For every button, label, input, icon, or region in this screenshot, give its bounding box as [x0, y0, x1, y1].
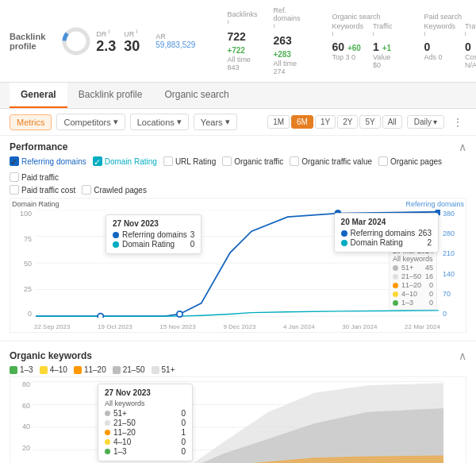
- ur-metric: UR i 30: [124, 28, 140, 55]
- ref-domains-alltime: All time 274: [273, 60, 300, 75]
- competitors-button[interactable]: Competitors ▾: [56, 114, 125, 130]
- ref-domains-num: 263 +283: [273, 34, 300, 60]
- legend-sq-11-20: [74, 366, 82, 374]
- collapse-performance-button[interactable]: ∧: [459, 141, 466, 153]
- tooltip-nov-2023: 27 Nov 2023 Referring domains 3 Domain R…: [106, 214, 202, 254]
- dr-section: DR i 2.3 UR i 30: [61, 26, 140, 56]
- backlinks-section: Backlinks i 722 +722 All time 843: [227, 10, 257, 71]
- cb-organic-traffic[interactable]: Organic traffic: [222, 156, 283, 166]
- organic-keywords-section: Organic keywords ∧ 1–3 4–10 11–20 21–50 …: [0, 345, 476, 463]
- legend-1-3: 1–3: [10, 365, 33, 374]
- cb-box-organic-traffic: [222, 156, 232, 166]
- cb-paid-traffic[interactable]: Paid traffic: [10, 172, 59, 182]
- performance-section: Performance ∧ ✓ Referring domains ✓ Doma…: [0, 136, 476, 338]
- cb-paid-traffic-cost[interactable]: Paid traffic cost: [10, 185, 75, 195]
- legend-21-50: 21–50: [113, 365, 145, 374]
- cb-organic-traffic-value[interactable]: Organic traffic value: [290, 156, 372, 166]
- performance-title: Performance: [10, 141, 67, 152]
- metrics-label: Metrics: [17, 118, 44, 127]
- tooltip-mar-date: 20 Mar 2024: [341, 218, 432, 226]
- tooltip-nov-row-1: Referring domains 3: [113, 230, 194, 239]
- cb-crawled-pages[interactable]: Crawled pages: [82, 185, 147, 195]
- cb-box-crawled-pages: [82, 185, 91, 195]
- dot-referring-domains-1: [113, 232, 119, 238]
- daily-button[interactable]: Daily ▾: [407, 115, 444, 129]
- tooltip-nov-date: 27 Nov 2023: [113, 219, 194, 228]
- time-buttons: 1M 6M 1Y 2Y 5Y All: [267, 115, 402, 129]
- time-btn-6m[interactable]: 6M: [291, 115, 313, 129]
- cb-box-paid-traffic: [10, 172, 19, 182]
- tab-general[interactable]: General: [10, 83, 67, 108]
- cb-box-url-rating: [163, 156, 173, 166]
- time-btn-all[interactable]: All: [382, 115, 402, 129]
- legend-51plus: 51+: [152, 365, 175, 374]
- dot-organic-11-20: [105, 430, 110, 435]
- ref-domains-label: Ref. domains i: [273, 6, 300, 33]
- dot-organic-1-3: [105, 449, 110, 454]
- time-btn-2y[interactable]: 2Y: [337, 115, 358, 129]
- y-right-labels: 380 280 210 140 70 0: [440, 210, 466, 318]
- chevron-down-icon-2: ▾: [177, 117, 182, 127]
- backlinks-alltime: All time 843: [227, 56, 257, 71]
- tooltip-nov-row-2: Domain Rating 0: [113, 240, 194, 249]
- cb-domain-rating[interactable]: ✓ Domain Rating: [93, 156, 157, 166]
- organic-chart-svg: [33, 380, 443, 463]
- x-labels-performance: 22 Sep 2023 19 Oct 2023 15 Nov 2023 9 De…: [34, 323, 440, 330]
- ar-link[interactable]: 59,883,529: [155, 41, 195, 49]
- chevron-down-icon: ▾: [113, 117, 118, 127]
- organic-keywords-title: Organic keywords: [10, 350, 92, 361]
- metrics-button[interactable]: Metrics: [10, 114, 52, 130]
- backlinks-label: Backlinks i: [227, 10, 257, 29]
- cb-url-rating[interactable]: URL Rating: [163, 156, 216, 166]
- legend-4-10: 4–10: [40, 365, 67, 374]
- y-axis-label-domain-rating: Domain Rating: [12, 200, 60, 208]
- backlinks-num: 722 +722: [227, 30, 257, 56]
- ref-domains-section: Ref. domains i 263 +283 All time 274: [273, 6, 300, 75]
- daily-label: Daily: [414, 118, 432, 126]
- legend-sq-51plus: [152, 366, 159, 374]
- dot-organic-4-10: [105, 439, 110, 445]
- locations-button[interactable]: Locations ▾: [130, 114, 189, 130]
- cb-box-referring-domains: ✓: [10, 156, 19, 166]
- cb-box-domain-rating: ✓: [93, 156, 102, 166]
- chevron-down-icon-3: ▾: [225, 117, 230, 127]
- dot-domain-rating-2: [341, 240, 347, 246]
- organic-search-label: Organic search: [332, 13, 392, 21]
- collapse-organic-button[interactable]: ∧: [459, 349, 466, 362]
- more-options-icon[interactable]: ⋮: [449, 116, 466, 129]
- svg-point-0: [64, 29, 88, 53]
- dot-organic-21-50: [105, 420, 110, 426]
- dot-51plus: [393, 265, 398, 271]
- chevron-down-icon-4: ▾: [433, 118, 437, 126]
- ref-domains-value: 263 +283 All time 274: [273, 34, 300, 75]
- dr-metric: DR i 2.3: [96, 28, 116, 55]
- paid-search-section: Paid search Keywords i 0 Ads 0 Traffic i…: [424, 13, 476, 69]
- ur-label: UR i: [124, 28, 137, 38]
- svg-point-7: [98, 314, 103, 318]
- cb-organic-pages[interactable]: Organic pages: [378, 156, 442, 166]
- org-keywords: Keywords i 60 +60 Top 3 0: [332, 22, 363, 69]
- tooltip-mar-row-2: Domain Rating 2: [341, 238, 432, 247]
- tab-organic-search[interactable]: Organic search: [153, 83, 240, 108]
- performance-chart: Domain Rating Referring domains 100 75 5…: [10, 198, 466, 333]
- years-button[interactable]: Years ▾: [194, 114, 237, 130]
- dot-11-20: [393, 283, 398, 288]
- legend-sq-4-10: [40, 366, 48, 374]
- dr-donut-chart: [61, 26, 91, 56]
- time-btn-1y[interactable]: 1Y: [315, 115, 336, 129]
- paid-search-label: Paid search: [424, 13, 476, 21]
- tab-backlink-profile[interactable]: Backlink profile: [67, 83, 154, 108]
- y-labels-organic: 80 60 40 20 0: [10, 380, 33, 463]
- performance-header: Performance ∧: [10, 141, 466, 153]
- time-btn-5y[interactable]: 5Y: [359, 115, 380, 129]
- time-btn-1m[interactable]: 1M: [267, 115, 290, 129]
- organic-legend: 1–3 4–10 11–20 21–50 51+: [10, 365, 466, 374]
- legend-sq-1-3: [10, 366, 17, 374]
- dot-21-50: [393, 274, 398, 280]
- divider-sections: [0, 341, 476, 341]
- years-label: Years: [201, 118, 223, 127]
- legend-sq-21-50: [113, 366, 121, 374]
- backlink-profile-section: Backlink profile: [10, 32, 45, 51]
- cb-referring-domains[interactable]: ✓ Referring domains: [10, 156, 86, 166]
- paid-irate-badge: 20 Mar 2024 All keywords 51+45 21–5016 1…: [389, 245, 437, 310]
